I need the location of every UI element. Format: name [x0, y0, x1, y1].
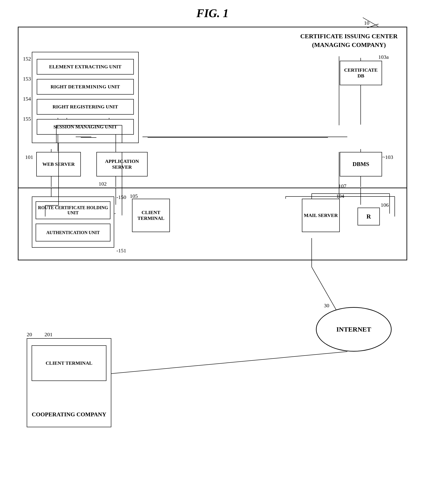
authentication-unit-box: AUTHENTICATION UNIT	[36, 224, 110, 242]
svg-line-24	[109, 352, 347, 374]
ref-155: 155	[23, 116, 31, 122]
ref-101: 101	[25, 154, 33, 160]
right-registering-unit-box: RIGHT REGISTERING UNIT	[37, 99, 134, 115]
ref-104: 104	[336, 193, 344, 199]
units-group-box: ELEMENT EXTRACTING UNIT RIGHT DETERMININ…	[32, 52, 139, 143]
ref-151: -151	[116, 248, 126, 254]
element-extracting-unit-box: ELEMENT EXTRACTING UNIT	[37, 59, 134, 75]
ref-107: 107	[339, 183, 346, 189]
session-managing-unit-box: SESSION MANAGING UNIT	[37, 119, 134, 135]
certificate-db-box: CERTIFICATE DB	[340, 61, 382, 85]
ref-30: 30	[324, 303, 329, 309]
route-certificate-holding-unit-box: ROUTE CERTIFICATE HOLDING UNIT	[36, 201, 110, 219]
certificate-issuing-center-label: CERTIFICATE ISSUING CENTER (MANAGING COM…	[300, 32, 398, 49]
ref-103: ~103	[382, 154, 393, 160]
web-server-box: WEB SERVER	[36, 152, 81, 177]
right-determining-unit-box: RIGHT DETERMINING UNIT	[37, 79, 134, 95]
cooperating-company-outer-box: CLIENT TERMINAL COOPERATING COMPANY	[27, 338, 111, 427]
horizontal-divider	[19, 188, 406, 188]
ref-154: 154	[23, 96, 31, 102]
ref-103a: 103a	[378, 54, 389, 60]
mail-server-box: MAIL SERVER	[302, 199, 340, 232]
ref-102: 102	[99, 181, 107, 187]
internet-ellipse: INTERNET	[316, 307, 392, 352]
right-determining-unit-label: RIGHT DETERMINING UNIT	[51, 84, 120, 90]
ref-20: 20	[27, 332, 32, 338]
page-title: FIG. 1	[196, 7, 228, 20]
client-terminal-inner-box: CLIENT TERMINAL	[132, 199, 170, 232]
client-terminal-coop-box: CLIENT TERMINAL	[32, 345, 106, 381]
ref-153: 153	[23, 76, 31, 82]
ref-152: 152	[23, 56, 31, 62]
outer-box-certificate-issuing-center: CERTIFICATE ISSUING CENTER (MANAGING COM…	[18, 27, 407, 260]
r-box: R	[358, 208, 380, 225]
route-auth-group-box: ROUTE CERTIFICATE HOLDING UNIT AUTHENTIC…	[32, 196, 114, 248]
ref-150: -150	[116, 194, 126, 200]
application-server-box: APPLICATION SERVER	[96, 152, 148, 177]
cooperating-company-label: COOPERATING COMPANY	[27, 411, 111, 418]
dbms-box: DBMS	[340, 152, 382, 177]
ref-106: 106	[381, 202, 389, 208]
ref-105: 105	[130, 193, 138, 199]
ref-201: 201	[45, 332, 53, 338]
